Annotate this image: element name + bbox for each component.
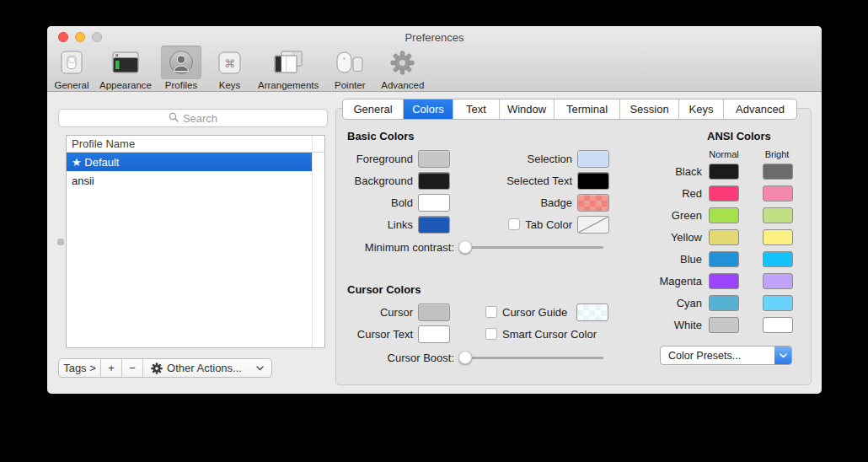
- color-well-cursor-guide[interactable]: [576, 304, 608, 321]
- color-well-selected-text[interactable]: [577, 172, 609, 190]
- tab-general[interactable]: General: [343, 99, 404, 119]
- toolbar-item-arrangements[interactable]: Arrangements: [255, 46, 321, 90]
- color-well-cursor[interactable]: [418, 304, 450, 321]
- chevron-down-icon: [256, 366, 264, 371]
- ansi-row-red: Red: [640, 182, 793, 204]
- ansi-well-magenta-normal[interactable]: [709, 273, 739, 289]
- profile-row-default[interactable]: ★ Default: [67, 153, 313, 171]
- toolbar-item-label: Keys: [219, 80, 241, 90]
- tab-colors[interactable]: Colors: [404, 99, 453, 119]
- ansi-well-magenta-bright[interactable]: [763, 273, 793, 289]
- profile-actions-bar: Tags >+−Other Actions...: [58, 358, 272, 378]
- add-profile-button[interactable]: +: [101, 359, 122, 377]
- tab-session[interactable]: Session: [620, 99, 679, 119]
- ansi-bright-column-header: Bright: [752, 149, 802, 159]
- color-row-label-text: Tab Color: [525, 218, 572, 231]
- tab-text[interactable]: Text: [453, 99, 500, 119]
- ansi-well-cyan-bright[interactable]: [763, 295, 793, 311]
- toolbar-item-label: Advanced: [381, 80, 424, 90]
- toolbar-item-advanced[interactable]: Advanced: [378, 46, 426, 90]
- color-well-selection[interactable]: [577, 150, 609, 168]
- tab-advanced[interactable]: Advanced: [724, 99, 796, 119]
- basic-colors-left-rows: ForegroundBackgroundBoldLinks: [347, 148, 450, 235]
- ansi-well-red-normal[interactable]: [709, 185, 739, 201]
- minimum-contrast-row: Minimum contrast:: [347, 235, 603, 259]
- search-input[interactable]: Search: [58, 109, 328, 127]
- button-label: +: [108, 362, 115, 374]
- ansi-well-cyan-normal[interactable]: [709, 295, 739, 311]
- toggle-icon: [53, 46, 90, 79]
- color-well-tab-color[interactable]: [577, 216, 609, 234]
- toolbar-item-keys[interactable]: ⌘Keys: [208, 46, 251, 90]
- splitter-handle-dot[interactable]: [57, 239, 64, 245]
- cursor-boost-slider[interactable]: [460, 357, 603, 359]
- tab-window[interactable]: Window: [500, 99, 555, 119]
- toolbar-item-profiles[interactable]: Profiles: [158, 46, 204, 90]
- ansi-row-label: White: [640, 319, 702, 331]
- ansi-well-white-normal[interactable]: [709, 317, 739, 333]
- toolbar-item-label: General: [55, 80, 89, 90]
- toolbar-item-label: Appearance: [99, 80, 152, 90]
- color-row-cursor: Cursor: [347, 301, 450, 323]
- other-actions-button[interactable]: Other Actions...: [143, 359, 271, 377]
- ansi-normal-column-header: Normal: [699, 149, 749, 159]
- color-well-bold[interactable]: [418, 194, 450, 212]
- profile-list-header[interactable]: Profile Name: [67, 136, 324, 153]
- minimum-contrast-slider[interactable]: [460, 246, 603, 249]
- color-row-cursor-text: Cursor Text: [347, 323, 450, 345]
- tab-keys[interactable]: Keys: [679, 99, 724, 119]
- color-well-badge[interactable]: [577, 194, 609, 212]
- color-row-label: Links: [347, 218, 413, 231]
- toolbar-item-general[interactable]: General: [51, 46, 93, 90]
- search-placeholder: Search: [183, 112, 217, 125]
- ansi-row-label: Black: [640, 165, 702, 178]
- ansi-row-black: Black: [640, 160, 793, 182]
- color-row-selected-text: Selected Text: [488, 169, 609, 191]
- ansi-well-green-bright[interactable]: [763, 207, 793, 223]
- color-row-label: Cursor Text: [347, 328, 413, 341]
- smart-cursor-color-checkbox[interactable]: [485, 328, 497, 340]
- ansi-well-white-bright[interactable]: [763, 317, 793, 333]
- ansi-row-magenta: Magenta: [640, 270, 793, 292]
- svg-text:⌘: ⌘: [224, 56, 235, 69]
- ansi-well-black-normal[interactable]: [709, 164, 739, 180]
- scrollbar-track[interactable]: [312, 136, 313, 347]
- ansi-well-green-normal[interactable]: [709, 207, 739, 223]
- color-row-label: Selection: [488, 153, 572, 165]
- toolbar-item-appearance[interactable]: Appearance: [97, 46, 154, 90]
- cursor-colors-check-rows: Cursor GuideSmart Cursor Color: [485, 301, 608, 345]
- ansi-well-red-bright[interactable]: [763, 185, 793, 201]
- minimum-contrast-slider-knob[interactable]: [458, 240, 472, 254]
- toolbar-item-pointer[interactable]: Pointer: [325, 46, 374, 90]
- profile-list: Profile Name ★ Defaultansii: [66, 135, 325, 348]
- cursor-boost-slider-knob[interactable]: [458, 351, 472, 364]
- color-presets-dropdown[interactable]: Color Presets...: [660, 346, 792, 365]
- remove-profile-button[interactable]: −: [122, 359, 143, 377]
- ansi-well-black-bright[interactable]: [763, 164, 793, 180]
- ansi-row-cyan: Cyan: [640, 292, 793, 314]
- color-row-label: Background: [347, 175, 413, 187]
- color-well-background[interactable]: [418, 172, 450, 190]
- tags-button[interactable]: Tags >: [59, 359, 101, 377]
- color-row-foreground: Foreground: [347, 148, 450, 169]
- color-well-cursor-text[interactable]: [418, 325, 450, 343]
- cursor-guide-checkbox[interactable]: [485, 306, 497, 318]
- mouse-icon: [328, 46, 372, 79]
- tab-terminal[interactable]: Terminal: [555, 99, 620, 119]
- ansi-well-yellow-normal[interactable]: [709, 229, 739, 245]
- color-well-foreground[interactable]: [418, 150, 450, 168]
- ansi-well-yellow-bright[interactable]: [763, 229, 793, 245]
- tab-color-checkbox[interactable]: [508, 218, 520, 230]
- color-well-links[interactable]: [418, 216, 450, 234]
- color-presets-label: Color Presets...: [661, 350, 774, 362]
- ansi-row-blue: Blue: [640, 248, 793, 270]
- ansi-well-blue-bright[interactable]: [763, 251, 793, 267]
- profile-name-column-header: Profile Name: [72, 137, 135, 150]
- ansi-color-rows: BlackRedGreenYellowBlueMagentaCyanWhite: [640, 160, 793, 336]
- screenshot-stage: Preferences GeneralAppearanceProfiles⌘Ke…: [0, 0, 868, 462]
- ansi-row-label: Yellow: [640, 231, 702, 244]
- tab-content-panel: Basic Colors ForegroundBackgroundBoldLin…: [335, 108, 812, 385]
- profile-row-ansii[interactable]: ansii: [67, 171, 313, 190]
- color-row-tab-color: Tab Color: [488, 213, 609, 235]
- ansi-well-blue-normal[interactable]: [709, 251, 739, 267]
